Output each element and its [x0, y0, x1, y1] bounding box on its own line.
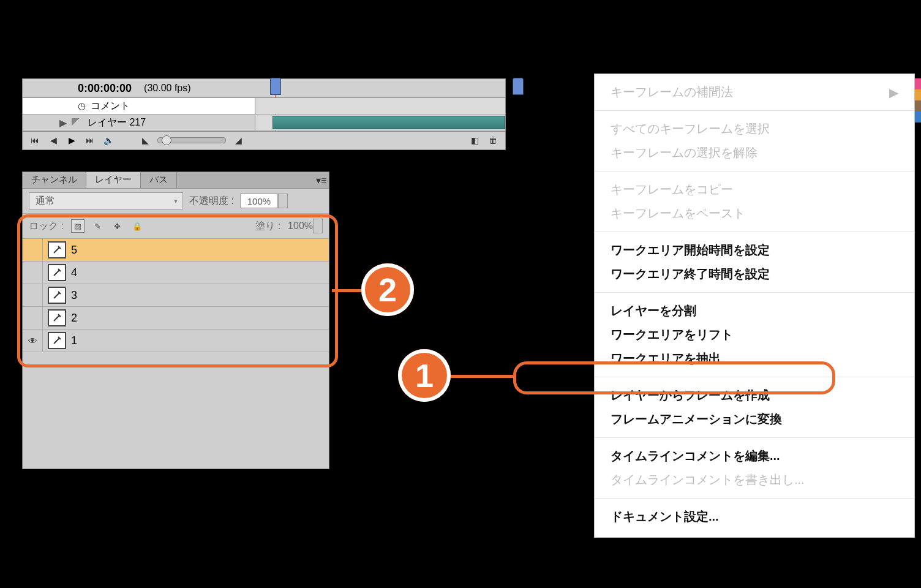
layer-list: 5 4 3 2 👁 1	[23, 239, 329, 352]
layers-panel: チャンネル レイヤー パス ▾≡ 通常 不透明度 : 100% ロック : ▨ …	[22, 172, 329, 469]
color-strip	[915, 78, 921, 123]
menu-item: すべてのキーフレームを選択	[595, 117, 914, 141]
layer-options-row: 通常 不透明度 : 100%	[23, 189, 329, 214]
menu-separator	[595, 232, 914, 232]
menu-item[interactable]: レイヤーからフレームを作成	[595, 383, 914, 407]
annotation-connector-2	[332, 289, 364, 292]
color-swatch	[915, 78, 921, 89]
lock-label: ロック :	[29, 220, 64, 233]
timeline-controls: ⏮ ◀ ▶ ⏭ 🔈 ◣ ◢ ◧ 🗑	[23, 131, 505, 149]
annotation-badge-1: 1	[398, 349, 451, 402]
blend-mode-value: 通常	[36, 195, 55, 208]
menu-item: タイムラインコメントを書き出し...	[595, 468, 914, 492]
menu-item[interactable]: ドキュメント設定...	[595, 505, 914, 529]
zoom-out-button[interactable]: ◣	[139, 135, 151, 146]
layer-row[interactable]: 👁 1	[23, 330, 329, 352]
layer-thumbnail	[48, 287, 66, 304]
layer-row[interactable]: 2	[23, 307, 329, 330]
layer-row-label: レイヤー 217	[88, 116, 146, 129]
trash-button[interactable]: 🗑	[487, 135, 499, 146]
visibility-toggle[interactable]: 👁	[23, 330, 43, 352]
fill-stepper[interactable]	[313, 219, 323, 233]
fill-label: 塗り :	[255, 220, 280, 233]
menu-separator	[595, 171, 914, 172]
svg-line-6	[54, 315, 59, 321]
visibility-toggle[interactable]	[23, 307, 43, 329]
blend-mode-dropdown[interactable]: 通常	[29, 192, 183, 209]
menu-item[interactable]: ワークエリア開始時間を設定	[595, 238, 914, 262]
visibility-toggle[interactable]	[23, 284, 43, 306]
tab-channel[interactable]: チャンネル	[23, 172, 86, 188]
visibility-toggle[interactable]	[23, 239, 43, 261]
menu-item[interactable]: ワークエリア終了時間を設定	[595, 262, 914, 286]
menu-item: キーフレームの補間法▶	[595, 80, 914, 104]
chevron-right-icon: ▶	[889, 85, 898, 100]
tab-path[interactable]: パス	[141, 172, 177, 188]
layer-name[interactable]: 2	[71, 312, 77, 325]
prev-frame-button[interactable]: ◀	[47, 135, 59, 146]
layer-row[interactable]: 3	[23, 284, 329, 307]
timeline-comment-row[interactable]: コメント	[23, 98, 505, 115]
layer-clip[interactable]	[273, 116, 505, 129]
panel-menu-button[interactable]: ▾≡	[314, 172, 329, 188]
layer-thumbnail	[48, 241, 66, 258]
fill-input[interactable]: 100%	[288, 221, 313, 232]
menu-separator	[595, 437, 914, 438]
menu-separator	[595, 292, 914, 293]
menu-item: キーフレームをペースト	[595, 202, 914, 225]
svg-line-2	[54, 270, 59, 276]
time-ruler[interactable]	[255, 79, 505, 98]
play-button[interactable]: ▶	[66, 135, 78, 146]
menu-item[interactable]: フレームアニメーションに変換	[595, 407, 914, 431]
color-swatch	[915, 89, 921, 100]
menu-item[interactable]: ワークエリアをリフト	[595, 323, 914, 347]
comment-track[interactable]	[255, 98, 505, 114]
disclosure-icon[interactable]: ▶	[59, 117, 67, 129]
stopwatch-icon	[78, 100, 86, 111]
zoom-in-button[interactable]: ◢	[232, 135, 244, 146]
lock-transparent-icon[interactable]: ▨	[71, 219, 85, 233]
layer-thumbnail	[48, 332, 66, 349]
annotation-connector-1	[451, 375, 514, 378]
color-swatch	[915, 100, 921, 111]
tab-layer[interactable]: レイヤー	[86, 172, 141, 188]
zoom-slider[interactable]	[157, 137, 226, 143]
convert-button[interactable]: ◧	[468, 135, 481, 146]
layer-thumbnail	[48, 264, 66, 281]
menu-item[interactable]: レイヤーを分割	[595, 299, 914, 323]
menu-item[interactable]: ワークエリアを抽出	[595, 347, 914, 371]
context-menu: キーフレームの補間法▶すべてのキーフレームを選択キーフレームの選択を解除キーフレ…	[594, 74, 915, 538]
opacity-label: 不透明度 :	[189, 195, 234, 208]
color-swatch	[915, 111, 921, 123]
svg-line-8	[54, 338, 59, 344]
badge-2-text: 2	[378, 271, 397, 309]
menu-separator	[595, 110, 914, 111]
timeline-layer-row[interactable]: ▶ レイヤー 217	[23, 115, 505, 131]
menu-item: キーフレームをコピー	[595, 178, 914, 202]
lock-all-icon[interactable]: 🔒	[131, 220, 143, 232]
comment-row-label: コメント	[91, 100, 130, 113]
layer-row[interactable]: 4	[23, 262, 329, 284]
go-to-start-button[interactable]: ⏮	[29, 135, 41, 146]
workarea-end-handle[interactable]	[513, 78, 524, 95]
lock-position-icon[interactable]: ✥	[111, 220, 124, 232]
workarea-start-handle[interactable]	[270, 78, 281, 95]
layer-name[interactable]: 1	[71, 334, 77, 347]
timecode-display[interactable]: 0:00:00:00	[78, 82, 132, 95]
audio-button[interactable]: 🔈	[102, 135, 115, 146]
panel-tabs: チャンネル レイヤー パス ▾≡	[23, 172, 329, 189]
next-frame-button[interactable]: ⏭	[84, 135, 96, 146]
layer-name[interactable]: 5	[71, 244, 77, 257]
svg-line-0	[54, 247, 59, 253]
layer-track[interactable]	[255, 115, 505, 130]
visibility-toggle[interactable]	[23, 262, 43, 284]
layer-name[interactable]: 4	[71, 266, 77, 279]
layer-row[interactable]: 5	[23, 239, 329, 262]
lock-image-icon[interactable]: ✎	[92, 220, 104, 232]
layer-name[interactable]: 3	[71, 289, 77, 302]
opacity-input[interactable]: 100%	[240, 194, 278, 208]
menu-separator	[595, 498, 914, 499]
svg-line-4	[54, 293, 59, 298]
menu-item[interactable]: タイムラインコメントを編集...	[595, 444, 914, 468]
opacity-stepper[interactable]	[278, 194, 288, 208]
